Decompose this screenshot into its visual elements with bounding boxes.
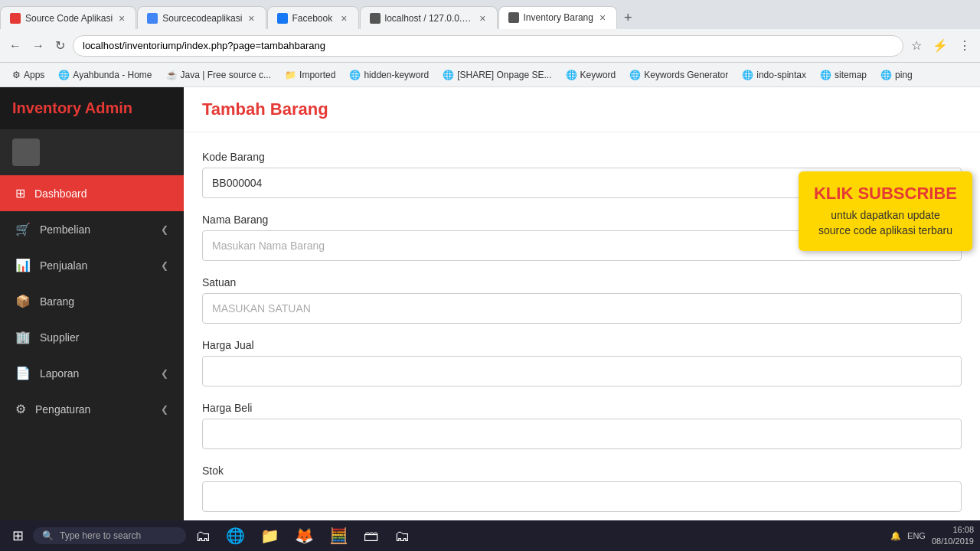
lang-indicator: ENG bbox=[907, 531, 926, 540]
tab-favicon-4 bbox=[370, 13, 381, 24]
forward-button[interactable]: → bbox=[29, 36, 47, 56]
keyword-icon: 🌐 bbox=[566, 70, 577, 80]
harga-beli-label: Harga Beli bbox=[202, 402, 962, 414]
bookmark-onpage[interactable]: 🌐 [SHARE] Onpage SE... bbox=[436, 68, 557, 82]
tab-favicon-5 bbox=[508, 12, 519, 23]
penjualan-icon: 📊 bbox=[15, 258, 31, 272]
bookmark-onpage-label: [SHARE] Onpage SE... bbox=[457, 70, 551, 80]
taskbar-time: 16:08 08/10/2019 bbox=[932, 524, 974, 548]
satuan-input[interactable] bbox=[202, 293, 962, 324]
bookmark-indo-spintax-label: indo-spintax bbox=[756, 70, 806, 80]
taskbar-search-bar[interactable]: 🔍 Type here to search bbox=[33, 527, 186, 544]
bookmark-keywords-gen[interactable]: 🌐 Keywords Generator bbox=[623, 68, 734, 82]
imported-icon: 📁 bbox=[285, 70, 296, 80]
bookmark-ping[interactable]: 🌐 ping bbox=[874, 68, 919, 82]
tab-close-4[interactable]: × bbox=[478, 11, 487, 26]
notification-icon: 🔔 bbox=[890, 531, 901, 541]
ad-title: KLIK SUBSCRIBE bbox=[814, 184, 957, 204]
harga-jual-label: Harga Jual bbox=[202, 339, 962, 351]
nav-label-laporan: Laporan bbox=[40, 367, 152, 380]
bookmark-indo-spintax[interactable]: 🌐 indo-spintax bbox=[736, 68, 812, 82]
tab-label-4: localhost / 127.0.0.1 / inventor... bbox=[385, 13, 474, 24]
sidebar-item-laporan[interactable]: 📄 Laporan ❮ bbox=[0, 355, 184, 391]
bookmarks-bar: ⚙ Apps 🌐 Ayahbunda - Home ☕ Java | Free … bbox=[0, 63, 980, 87]
stok-label: Stok bbox=[202, 465, 962, 477]
app6-button[interactable]: 🗃 bbox=[358, 524, 385, 548]
back-button[interactable]: ← bbox=[6, 36, 24, 56]
page-wrapper: Source Code Aplikasi × Sourcecodeaplikas… bbox=[0, 0, 980, 551]
bookmark-keywords-gen-label: Keywords Generator bbox=[644, 70, 728, 80]
pembelian-arrow-icon: ❮ bbox=[161, 224, 168, 235]
kode-barang-label: Kode Barang bbox=[202, 151, 962, 163]
java-icon: ☕ bbox=[166, 70, 178, 80]
pembelian-icon: 🛒 bbox=[15, 222, 31, 236]
page-header: Tambah Barang bbox=[184, 87, 980, 132]
bookmark-sitemap-label: sitemap bbox=[835, 70, 867, 80]
address-input[interactable] bbox=[73, 35, 903, 57]
bookmark-keyword-label: Keyword bbox=[580, 70, 616, 80]
bookmark-imported[interactable]: 📁 Imported bbox=[279, 68, 341, 82]
start-button[interactable]: ⊞ bbox=[6, 524, 30, 547]
tab-favicon-3 bbox=[277, 13, 288, 24]
barang-icon: 📦 bbox=[15, 294, 31, 308]
sidebar-item-pembelian[interactable]: 🛒 Pembelian ❮ bbox=[0, 211, 184, 247]
address-bar-row: ← → ↻ ☆ ⚡ ⋮ bbox=[0, 29, 980, 63]
sitemap-icon: 🌐 bbox=[820, 70, 831, 80]
laporan-icon: 📄 bbox=[15, 366, 31, 380]
taskbar: ⊞ 🔍 Type here to search 🗂 🌐 📁 🦊 🧮 🗃 🗂 🔔 … bbox=[0, 520, 980, 551]
new-tab-button[interactable]: + bbox=[618, 7, 639, 29]
bookmark-hidden-keyword-label: hidden-keyword bbox=[364, 70, 429, 80]
reload-button[interactable]: ↻ bbox=[52, 35, 68, 56]
stok-input[interactable] bbox=[202, 481, 962, 512]
tab-facebook[interactable]: Facebook × bbox=[267, 6, 359, 29]
tab-label-2: Sourcecodeaplikasi bbox=[162, 13, 242, 24]
explorer-button[interactable]: 📁 bbox=[254, 523, 286, 548]
app7-button[interactable]: 🗂 bbox=[388, 524, 416, 548]
harga-jual-input[interactable] bbox=[202, 356, 962, 386]
tab-source-code[interactable]: Source Code Aplikasi × bbox=[0, 6, 136, 29]
bookmark-apps[interactable]: ⚙ Apps bbox=[6, 68, 51, 82]
tab-sourcecodeaplikasi[interactable]: Sourcecodeaplikasi × bbox=[137, 6, 266, 29]
onpage-icon: 🌐 bbox=[443, 70, 454, 80]
sidebar-item-supplier[interactable]: 🏢 Supplier bbox=[0, 319, 184, 355]
tab-close-2[interactable]: × bbox=[247, 11, 256, 26]
sidebar-item-dashboard[interactable]: ⊞ Dashboard bbox=[0, 175, 184, 211]
laporan-arrow-icon: ❮ bbox=[161, 368, 168, 379]
page-title: Tambah Barang bbox=[202, 99, 962, 119]
bookmark-keyword[interactable]: 🌐 Keyword bbox=[560, 68, 622, 82]
sidebar-item-barang[interactable]: 📦 Barang bbox=[0, 283, 184, 319]
settings-button[interactable]: ⋮ bbox=[956, 35, 974, 56]
tab-localhost[interactable]: localhost / 127.0.0.1 / inventor... × bbox=[360, 6, 498, 29]
tab-close-3[interactable]: × bbox=[339, 11, 348, 26]
bookmark-ayahbunda[interactable]: 🌐 Ayahbunda - Home bbox=[52, 68, 158, 82]
bookmark-java[interactable]: ☕ Java | Free source c... bbox=[160, 68, 278, 82]
calculator-button[interactable]: 🧮 bbox=[323, 523, 354, 548]
sidebar-item-penjualan[interactable]: 📊 Penjualan ❮ bbox=[0, 247, 184, 283]
bookmark-hidden-keyword[interactable]: 🌐 hidden-keyword bbox=[343, 68, 435, 82]
tab-favicon-1 bbox=[10, 13, 21, 24]
supplier-icon: 🏢 bbox=[15, 330, 31, 344]
sidebar-item-pengaturan[interactable]: ⚙ Pengaturan ❮ bbox=[0, 391, 184, 427]
tab-favicon-2 bbox=[147, 13, 158, 24]
harga-beli-input[interactable] bbox=[202, 419, 962, 449]
nav-label-penjualan: Penjualan bbox=[40, 259, 152, 272]
firefox-button[interactable]: 🦊 bbox=[289, 523, 320, 548]
toolbar-icons: ☆ ⚡ ⋮ bbox=[908, 35, 974, 56]
pengaturan-icon: ⚙ bbox=[15, 402, 26, 416]
tab-inventory[interactable]: Inventory Barang × bbox=[498, 6, 618, 29]
nav-label-barang: Barang bbox=[40, 295, 168, 308]
nav-label-pengaturan: Pengaturan bbox=[35, 403, 152, 416]
tab-close-5[interactable]: × bbox=[598, 10, 607, 25]
bookmark-star-button[interactable]: ☆ bbox=[908, 35, 925, 56]
harga-jual-group: Harga Jual bbox=[202, 339, 962, 386]
extensions-button[interactable]: ⚡ bbox=[929, 35, 951, 56]
taskview-button[interactable]: 🗂 bbox=[189, 524, 217, 548]
bookmark-sitemap[interactable]: 🌐 sitemap bbox=[814, 68, 873, 82]
edge-button[interactable]: 🌐 bbox=[220, 523, 251, 548]
sidebar: Inventory Admin ⊞ Dashboard 🛒 Pembelian … bbox=[0, 87, 184, 520]
satuan-group: Satuan bbox=[202, 276, 962, 324]
main-content: Tambah Barang Kode Barang Nama Barang bbox=[184, 87, 980, 520]
sidebar-header: Inventory Admin bbox=[0, 87, 184, 129]
bookmark-imported-label: Imported bbox=[299, 70, 335, 80]
tab-close-1[interactable]: × bbox=[117, 11, 126, 26]
